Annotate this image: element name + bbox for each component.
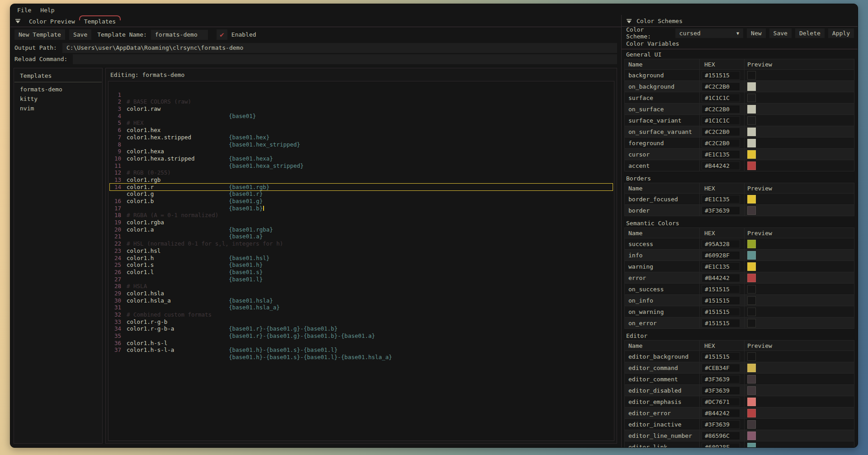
hex-input[interactable]: #B44242 <box>702 161 740 170</box>
new-template-button[interactable]: New Template <box>14 29 65 40</box>
code-line[interactable]: 17 # RGBA (A = 0-1 normalized) <box>108 198 614 205</box>
color-variables-scroll[interactable]: General UI Name HEX Preview background #… <box>622 49 858 447</box>
menu-file[interactable]: File <box>17 7 31 14</box>
hex-input[interactable]: #151515 <box>702 352 740 361</box>
code-line[interactable]: 6 color1.hex.stripped {base01.hex_stripp… <box>108 119 614 127</box>
hex-input[interactable]: #60928F <box>702 251 740 260</box>
code-line[interactable]: 3 <box>108 98 614 105</box>
color-swatch[interactable] <box>747 128 756 136</box>
hex-input[interactable]: #DC7671 <box>702 398 740 406</box>
color-swatch[interactable] <box>747 409 756 417</box>
code-line[interactable]: 27 # HSLA <box>108 269 614 276</box>
code-line[interactable]: 34 <box>108 318 614 326</box>
hex-input[interactable]: #B44242 <box>702 409 740 417</box>
template-list-item[interactable]: kitty <box>14 94 102 104</box>
hex-input[interactable]: #60928F <box>702 443 740 448</box>
hex-input[interactable]: #C2C2B0 <box>702 139 740 147</box>
code-line[interactable]: 21 # HSL (normalized 0-1 for s,l, intege… <box>108 226 614 233</box>
color-swatch[interactable] <box>747 251 756 260</box>
template-list-item[interactable]: nvim <box>14 104 102 113</box>
hex-input[interactable]: #E1C135 <box>702 262 740 271</box>
code-line[interactable]: 18 color1.rgba {base01.rgba} <box>108 205 614 212</box>
color-swatch[interactable] <box>747 82 756 91</box>
hex-input[interactable]: #C2C2B0 <box>702 128 740 136</box>
code-line[interactable]: 16 <box>108 190 614 198</box>
code-line[interactable]: 37 <box>108 340 614 347</box>
hex-input[interactable]: #E1C135 <box>702 195 740 204</box>
code-line[interactable]: 32 color1.r-g-b {base01.r}-{base01.g}-{b… <box>108 304 614 311</box>
color-scheme-dropdown[interactable]: cursed ▼ <box>675 28 743 38</box>
code-line[interactable]: 1 # BASE COLORS (raw) <box>108 84 614 91</box>
hex-input[interactable]: #3F3639 <box>702 206 740 215</box>
hex-input[interactable]: #3F3639 <box>702 386 740 395</box>
code-line[interactable]: 30 <box>108 290 614 297</box>
code-line[interactable]: 9 color1.hexa.stripped {base01.hexa_stri… <box>108 141 614 148</box>
code-line[interactable]: 26 <box>108 261 614 269</box>
code-line[interactable]: 22 color1.hsl {base01.hsl} <box>108 233 614 240</box>
code-line[interactable]: 36 color1.h-s-l-a {base01.h}-{base01.s}-… <box>108 332 614 340</box>
color-swatch[interactable] <box>747 94 756 102</box>
code-line[interactable]: 5 color1.hex {base01.hex} <box>108 113 614 120</box>
color-swatch[interactable] <box>747 375 756 384</box>
color-swatch[interactable] <box>747 274 756 282</box>
color-swatch[interactable] <box>747 431 756 440</box>
template-name-input[interactable] <box>151 30 208 40</box>
code-line[interactable]: 4 # HEX <box>108 105 614 113</box>
color-swatch[interactable] <box>747 116 756 125</box>
code-line[interactable]: 28 color1.hsla {base01.hsla} <box>108 276 614 283</box>
hex-input[interactable]: #3F3639 <box>702 375 740 384</box>
color-swatch[interactable] <box>747 71 756 80</box>
scheme-save-button[interactable]: Save <box>769 28 792 38</box>
template-list-item[interactable]: formats-demo <box>14 85 102 94</box>
hex-input[interactable]: #CEB34F <box>702 364 740 372</box>
tab-color-preview[interactable]: Color Preview <box>28 17 76 26</box>
tab-templates[interactable]: Templates <box>83 17 117 26</box>
code-line[interactable]: 10 <box>108 148 614 155</box>
hex-input[interactable]: #1C1C1C <box>702 116 740 125</box>
hex-input[interactable]: #95A328 <box>702 240 740 248</box>
code-line[interactable]: 8 color1.hexa {base01.hexa} <box>108 134 614 141</box>
color-swatch[interactable] <box>747 364 756 372</box>
color-swatch[interactable] <box>747 420 756 429</box>
hex-input[interactable]: #151515 <box>702 319 740 327</box>
color-swatch[interactable] <box>747 139 756 147</box>
code-line[interactable]: 2 color1.raw {base01} <box>108 91 614 99</box>
hex-input[interactable]: #1C1C1C <box>702 94 740 102</box>
collapse-icon[interactable] <box>626 19 632 24</box>
code-line[interactable]: 31 # Combined custom formats <box>108 297 614 304</box>
hex-input[interactable]: #151515 <box>702 285 740 294</box>
hex-input[interactable]: #E1C135 <box>702 150 740 159</box>
hex-input[interactable]: #C2C2B0 <box>702 105 740 114</box>
color-swatch[interactable] <box>747 319 756 327</box>
reload-command-input[interactable] <box>73 54 617 64</box>
code-line[interactable]: 11 # RGB (0-255) <box>108 155 614 162</box>
color-swatch[interactable] <box>747 206 756 215</box>
code-line[interactable]: 19 color1.a {base01.a} <box>108 212 614 219</box>
hex-input[interactable]: #B44242 <box>702 274 740 282</box>
hex-input[interactable]: #C2C2B0 <box>702 82 740 91</box>
hex-input[interactable]: #3F3639 <box>702 420 740 429</box>
hex-input[interactable]: #151515 <box>702 296 740 305</box>
code-line[interactable]: color1.b {base01.b} <box>108 184 614 191</box>
color-swatch[interactable] <box>747 398 756 406</box>
color-swatch[interactable] <box>747 443 756 448</box>
code-line[interactable]: 33 color1.r-g-b-a {base01.r}-{base01.g}-… <box>108 311 614 318</box>
code-editor[interactable]: 1 # BASE COLORS (raw) 2 color1.raw {base… <box>108 81 614 441</box>
code-line[interactable]: 12 color1.rgb {base01.rgb} <box>108 162 614 170</box>
output-path-input[interactable] <box>62 43 617 53</box>
color-swatch[interactable] <box>747 285 756 294</box>
save-template-button[interactable]: Save <box>69 29 91 40</box>
code-line[interactable]: 13 color1.r {base01.r} <box>108 169 614 176</box>
code-line[interactable]: 23 color1.h {base01.h} <box>108 240 614 247</box>
scheme-new-button[interactable]: New <box>747 28 765 38</box>
color-swatch[interactable] <box>747 105 756 114</box>
color-swatch[interactable] <box>747 240 756 248</box>
code-line[interactable]: 29 color1.hsla_a {base01.hsla_a} <box>108 283 614 290</box>
code-line[interactable]: 24 color1.s {base01.s} <box>108 247 614 255</box>
color-swatch[interactable] <box>747 386 756 395</box>
menu-help[interactable]: Help <box>40 7 54 14</box>
color-swatch[interactable] <box>747 308 756 316</box>
code-line[interactable]: 20 <box>108 219 614 226</box>
color-swatch[interactable] <box>747 262 756 271</box>
color-swatch[interactable] <box>747 150 756 159</box>
